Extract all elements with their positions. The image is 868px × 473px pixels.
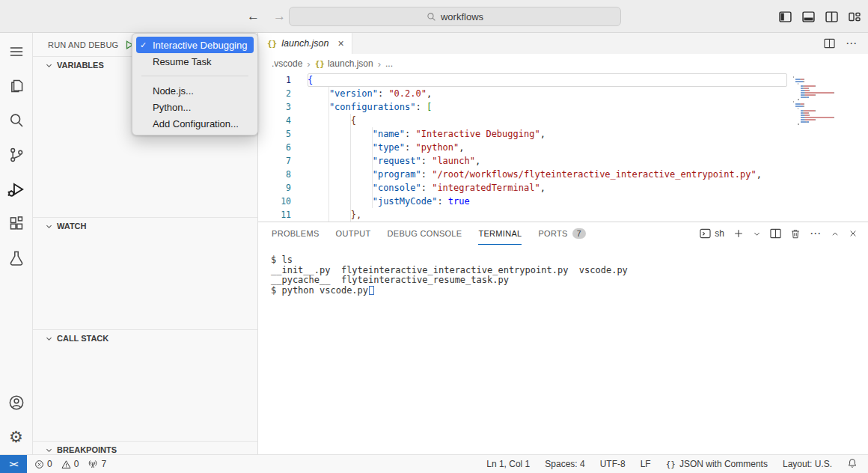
panel-more-actions-icon[interactable]: ⋯	[810, 227, 822, 240]
testing-icon[interactable]	[0, 241, 33, 275]
section-label: CALL STACK	[57, 334, 109, 343]
tab-launch-json[interactable]: {} launch.json ×	[258, 33, 352, 54]
status-item-spaces-4[interactable]: Spaces: 4	[545, 459, 584, 469]
code-line-1[interactable]: 1{	[258, 73, 868, 87]
menu-item-label: Add Configuration...	[153, 118, 239, 129]
line-number: 6	[258, 141, 291, 154]
code-line-10[interactable]: 10"justMyCode": true	[258, 195, 868, 208]
extensions-icon[interactable]	[0, 207, 33, 241]
section-header-watch[interactable]: WATCH	[33, 218, 257, 234]
terminal-content[interactable]: $ ls__init__.py flyteinteractive_interac…	[258, 245, 868, 454]
json-file-icon: {}	[267, 39, 277, 49]
menu-item-node-js[interactable]: Node.js...	[136, 82, 254, 99]
terminal-line: $ ls	[271, 255, 868, 266]
menu-item-label: Resume Task	[153, 56, 212, 67]
status-item-json-with-comments[interactable]: {}JSON with Comments	[666, 459, 768, 469]
code-line-4[interactable]: 4{	[258, 114, 868, 127]
editor-tabbar: {} launch.json × ⋯	[258, 33, 868, 54]
line-number: 7	[258, 154, 291, 168]
source-control-icon[interactable]	[0, 138, 33, 172]
code-line-3[interactable]: 3"configurations": [	[258, 100, 868, 114]
line-number: 11	[258, 208, 291, 222]
tab-close-icon[interactable]: ×	[338, 37, 344, 49]
line-content: "version": "0.2.0",	[308, 87, 787, 100]
panel-tab-ports[interactable]: PORTS7	[538, 222, 585, 245]
chevron-down-icon	[45, 446, 53, 454]
minimap[interactable]	[793, 76, 859, 126]
split-terminal-icon[interactable]	[770, 228, 781, 239]
panel-tabs: PROBLEMSOUTPUTDEBUG CONSOLETERMINALPORTS…	[258, 222, 868, 245]
history-forward-icon[interactable]: →	[273, 9, 286, 24]
menu-icon[interactable]	[0, 34, 33, 69]
panel-tab-output[interactable]: OUTPUT	[336, 222, 371, 245]
toggle-sidebar-icon[interactable]	[779, 11, 792, 22]
menu-item-resume-task[interactable]: Resume Task	[136, 53, 254, 70]
code-line-11[interactable]: 11},	[258, 208, 868, 222]
indent-guide	[308, 114, 351, 127]
panel-tab-label: OUTPUT	[336, 229, 371, 238]
editor-more-actions-icon[interactable]: ⋯	[846, 37, 858, 50]
menu-item-python[interactable]: Python...	[136, 99, 254, 115]
breadcrumb-label: ...	[385, 58, 393, 69]
split-editor-icon[interactable]	[824, 38, 835, 49]
line-number: 5	[258, 127, 291, 141]
section-header-call-stack[interactable]: CALL STACK	[33, 330, 257, 347]
close-panel-icon[interactable]	[849, 229, 858, 238]
remote-indicator[interactable]: ><	[0, 455, 27, 473]
error-icon	[34, 460, 44, 469]
status-item-lf[interactable]: LF	[641, 459, 651, 469]
breadcrumb-separator: ›	[307, 58, 310, 70]
status-item-utf-8[interactable]: UTF-8	[600, 459, 626, 469]
section-header-breakpoints[interactable]: BREAKPOINTS	[33, 442, 257, 454]
terminal-line: __init__.py flyteinteractive_interactive…	[271, 266, 868, 276]
account-icon[interactable]	[0, 385, 33, 420]
search-icon	[427, 12, 436, 22]
code-line-6[interactable]: 6"type": "python",	[258, 141, 868, 154]
customize-layout-icon[interactable]	[849, 11, 861, 22]
code-line-7[interactable]: 7"request": "launch",	[258, 154, 868, 168]
indent-guide	[308, 208, 351, 222]
code-line-5[interactable]: 5"name": "Interactive Debugging",	[258, 127, 868, 141]
menu-item-interactive-debugging[interactable]: ✓Interactive Debugging	[136, 37, 254, 53]
panel-tab-terminal[interactable]: TERMINAL	[478, 222, 522, 245]
new-terminal-icon[interactable]	[733, 228, 744, 239]
panel-tab-problems[interactable]: PROBLEMS	[272, 222, 320, 245]
panel-tab-debug-console[interactable]: DEBUG CONSOLE	[388, 222, 462, 245]
forwarded-ports-status[interactable]: 7	[88, 459, 106, 469]
status-bar: >< 0 0 7 Ln 1, Col 1Spaces: 4UTF-8LF{}JS…	[0, 454, 868, 473]
menu-item-add-configuration[interactable]: Add Configuration...	[136, 115, 254, 132]
run-and-debug-icon[interactable]	[0, 172, 33, 207]
search-view-icon[interactable]	[0, 103, 33, 138]
status-item-ln-1-col-1[interactable]: Ln 1, Col 1	[486, 459, 530, 469]
debug-config-menu: ✓Interactive DebuggingResume TaskNode.js…	[132, 33, 258, 135]
explorer-icon[interactable]	[0, 69, 33, 103]
breadcrumb-item-launch-json[interactable]: {}launch.json	[315, 58, 373, 69]
status-item-layout-u-s[interactable]: Layout: U.S.	[783, 459, 832, 469]
history-back-icon[interactable]: ←	[247, 9, 260, 24]
tab-label: launch.json	[281, 38, 328, 49]
maximize-panel-chevron-icon[interactable]	[831, 230, 840, 238]
code-line-8[interactable]: 8"program": "/root/workflows/flyteintera…	[258, 168, 868, 181]
code-line-2[interactable]: 2"version": "0.2.0",	[258, 87, 868, 100]
terminal-dropdown-chevron-icon[interactable]	[753, 230, 761, 238]
notifications-bell-icon[interactable]	[847, 458, 858, 471]
breadcrumb-item-[interactable]: ...	[385, 58, 393, 69]
status-item-label: UTF-8	[600, 459, 626, 469]
json-file-icon: {}	[315, 59, 325, 69]
kill-terminal-trash-icon[interactable]	[790, 228, 801, 239]
toggle-panel-icon[interactable]	[802, 11, 815, 22]
command-center-search[interactable]: workflows	[289, 7, 621, 26]
line-content: {	[308, 114, 787, 127]
code-line-9[interactable]: 9"console": "integratedTerminal",	[258, 181, 868, 195]
code-editor[interactable]: 1{2"version": "0.2.0",3"configurations":…	[258, 73, 868, 222]
sidebar-title: RUN AND DEBUG	[48, 40, 118, 49]
warning-count: 0	[74, 459, 79, 469]
search-value: workflows	[441, 11, 483, 22]
settings-gear-icon[interactable]: ⚙	[0, 420, 33, 454]
toggle-secondary-sidebar-icon[interactable]	[825, 11, 838, 22]
section-label: VARIABLES	[57, 61, 104, 70]
terminal-shell-chip[interactable]: sh	[700, 228, 724, 239]
breadcrumb-item-vscode[interactable]: .vscode	[272, 58, 302, 69]
chevron-down-icon	[45, 61, 53, 70]
problems-status[interactable]: 0 0	[34, 459, 79, 469]
